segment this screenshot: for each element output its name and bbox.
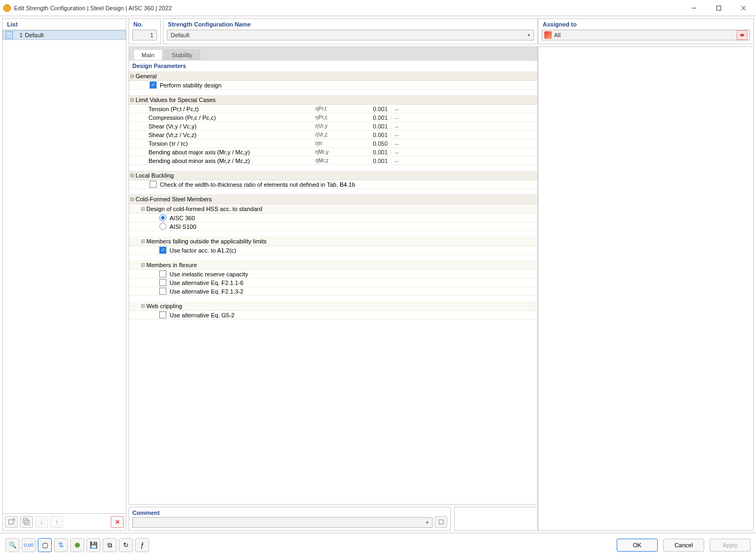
toolbtn-tree[interactable]: ⇅ bbox=[54, 538, 68, 552]
collapse-icon[interactable]: ⊟ bbox=[140, 262, 146, 268]
titlebar: Edit Strength Configuration | Steel Desi… bbox=[0, 0, 756, 16]
subsection-design-standard[interactable]: ⊟ Design of cold-formed HSS acc. to stan… bbox=[129, 204, 537, 214]
delete-item-button[interactable]: ✕ bbox=[111, 516, 124, 528]
limit-row[interactable]: Shear (Vr,y / Vc,y)ηVr,y0.001-- bbox=[129, 122, 537, 131]
list-item-num: 1 bbox=[15, 32, 25, 38]
assigned-to-value: All bbox=[554, 32, 561, 38]
limit-row[interactable]: Bending about minor axis (Mr,z / Mc,z)ηM… bbox=[129, 157, 537, 165]
cancel-button[interactable]: Cancel bbox=[663, 539, 704, 552]
apply-button[interactable]: Apply bbox=[710, 539, 751, 552]
limit-row[interactable]: Bending about major axis (Mr,y / Mc,y)ηM… bbox=[129, 148, 537, 157]
assigned-to-box: Assigned to All bbox=[538, 18, 754, 44]
window-title: Edit Strength Configuration | Steel Desi… bbox=[14, 5, 681, 11]
pick-members-button[interactable] bbox=[737, 30, 747, 40]
new-item-button[interactable] bbox=[5, 516, 18, 528]
checkbox-inelastic[interactable] bbox=[159, 270, 166, 277]
collapse-icon[interactable]: ⊟ bbox=[140, 239, 146, 244]
design-parameters-tree: ⊟ General Perform stability design ⊟ bbox=[129, 71, 537, 320]
chevron-down-icon: ▾ bbox=[528, 32, 530, 38]
comment-insert-button[interactable] bbox=[435, 516, 447, 528]
toolbtn-script[interactable]: ƒ bbox=[135, 538, 149, 552]
toolbtn-refresh[interactable]: ↻ bbox=[119, 538, 133, 552]
subsection-web-crippling[interactable]: ⊟ Web crippling bbox=[129, 301, 537, 311]
checkbox-alt-g52[interactable] bbox=[159, 311, 166, 318]
close-button[interactable] bbox=[731, 0, 756, 16]
limit-value[interactable]: 0.001 bbox=[353, 132, 391, 138]
no-box: No. 1 bbox=[129, 18, 161, 44]
section-general[interactable]: ⊟ General bbox=[129, 71, 537, 81]
checkbox-alt-f2116[interactable] bbox=[159, 279, 166, 286]
toolbtn-square[interactable]: ▢ bbox=[38, 538, 52, 552]
list-header: List bbox=[3, 19, 126, 30]
checkbox-alt-f2132[interactable] bbox=[159, 288, 166, 295]
row-alt-g52[interactable]: Use alternative Eq. G5-2 bbox=[129, 311, 537, 320]
collapse-icon[interactable]: ⊟ bbox=[129, 196, 136, 202]
svg-rect-7 bbox=[439, 520, 443, 524]
ok-button[interactable]: OK bbox=[617, 539, 658, 552]
row-inelastic-reserve[interactable]: Use inelastic reserve capacity bbox=[129, 270, 537, 278]
limit-unit: -- bbox=[391, 132, 461, 138]
toolbtn-search[interactable]: 🔍 bbox=[5, 538, 19, 552]
tab-stability[interactable]: Stability bbox=[164, 49, 201, 60]
row-width-thickness-check[interactable]: Check of the width-to-thickness ratio of… bbox=[129, 180, 537, 189]
row-perform-stability[interactable]: Perform stability design bbox=[129, 81, 537, 90]
subsection-outside-limits[interactable]: ⊟ Members falling outside the applicabil… bbox=[129, 236, 537, 246]
svg-rect-6 bbox=[25, 520, 29, 525]
radio-aisc-360[interactable] bbox=[159, 214, 166, 221]
no-field[interactable]: 1 bbox=[132, 30, 157, 40]
copy-item-button[interactable] bbox=[20, 516, 33, 528]
maximize-button[interactable] bbox=[706, 0, 731, 16]
limit-value[interactable]: 0.001 bbox=[353, 106, 391, 112]
limit-row[interactable]: Torsion (τr / τc)ητr0.050-- bbox=[129, 139, 537, 148]
sort-desc-button[interactable]: ↑ bbox=[50, 516, 63, 528]
collapse-icon[interactable]: ⊟ bbox=[140, 206, 146, 212]
right-pane: Assigned to All bbox=[538, 18, 754, 531]
svg-rect-5 bbox=[23, 519, 28, 523]
limit-value[interactable]: 0.050 bbox=[353, 140, 391, 147]
tab-main[interactable]: Main bbox=[133, 49, 163, 60]
list-item-label: Default bbox=[25, 32, 44, 38]
row-aisi-s100[interactable]: AISI S100 bbox=[129, 222, 537, 231]
toolbtn-save[interactable]: 💾 bbox=[86, 538, 100, 552]
collapse-icon[interactable]: ⊟ bbox=[140, 303, 146, 309]
section-local-buckling[interactable]: ⊟ Local Buckling bbox=[129, 171, 537, 180]
name-label: Strength Configuration Name bbox=[164, 19, 537, 30]
preview-area bbox=[538, 46, 754, 531]
collapse-icon[interactable]: ⊟ bbox=[129, 173, 136, 178]
toolbtn-copy[interactable]: ⧉ bbox=[103, 538, 117, 552]
design-parameters-title: Design Parameters bbox=[129, 60, 537, 71]
limit-row[interactable]: Tension (Pr,t / Pc,t)ηPr,t0.001-- bbox=[129, 105, 537, 113]
collapse-icon[interactable]: ⊟ bbox=[129, 97, 136, 103]
limit-value[interactable]: 0.001 bbox=[353, 114, 391, 121]
toolbtn-tag[interactable]: ⬣ bbox=[70, 538, 84, 552]
minimize-button[interactable] bbox=[681, 0, 706, 16]
row-alt-f2132[interactable]: Use alternative Eq. F2.1.3-2 bbox=[129, 287, 537, 296]
sort-asc-button[interactable]: ↓ bbox=[35, 516, 48, 528]
toolbtn-units[interactable]: 0,00 bbox=[22, 538, 36, 552]
assigned-to-dropdown[interactable]: All bbox=[542, 30, 750, 40]
checkbox-use-factor[interactable] bbox=[159, 247, 166, 254]
radio-aisi-s100[interactable] bbox=[159, 223, 166, 230]
list-item[interactable]: 1 Default bbox=[3, 30, 126, 40]
subsection-flexure[interactable]: ⊟ Members in flexure bbox=[129, 260, 537, 270]
row-use-factor[interactable]: Use factor acc. to A1.2(c) bbox=[129, 246, 537, 255]
limit-row[interactable]: Compression (Pr,c / Pc,c)ηPr,c0.001-- bbox=[129, 113, 537, 122]
limit-value[interactable]: 0.001 bbox=[353, 123, 391, 130]
limit-value[interactable]: 0.001 bbox=[353, 158, 391, 164]
chevron-down-icon: ▾ bbox=[426, 520, 432, 525]
section-cold-formed[interactable]: ⊟ Cold-Formed Steel Members bbox=[129, 194, 537, 204]
name-dropdown[interactable]: Default ▾ bbox=[167, 30, 534, 40]
limit-unit: -- bbox=[391, 123, 461, 130]
row-alt-f2116[interactable]: Use alternative Eq. F2.1.1-6 bbox=[129, 278, 537, 287]
limit-row[interactable]: Shear (Vr,z / Vc,z)ηVr,z0.001-- bbox=[129, 131, 537, 139]
checkbox-width-thickness[interactable] bbox=[150, 181, 157, 188]
limit-symbol: ηMr,z bbox=[315, 158, 353, 164]
assigned-to-label: Assigned to bbox=[538, 19, 753, 30]
limit-unit: -- bbox=[391, 106, 461, 112]
section-limit-values[interactable]: ⊟ Limit Values for Special Cases bbox=[129, 95, 537, 105]
row-aisc-360[interactable]: AISC 360 bbox=[129, 214, 537, 222]
collapse-icon[interactable]: ⊟ bbox=[129, 73, 136, 79]
checkbox-perform-stability[interactable] bbox=[150, 81, 157, 89]
comment-dropdown[interactable]: ▾ bbox=[132, 517, 433, 528]
limit-value[interactable]: 0.001 bbox=[353, 149, 391, 155]
